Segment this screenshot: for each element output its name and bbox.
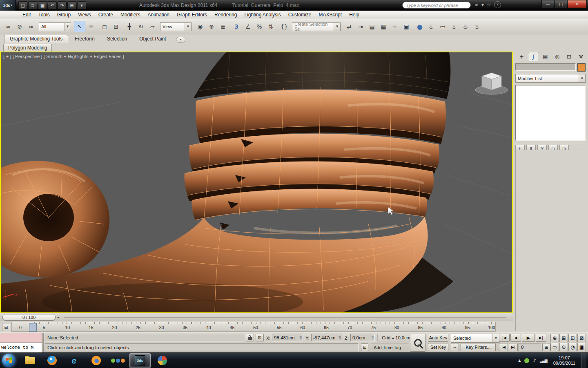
zoom-extents-all-icon[interactable]: ⊠ — [577, 334, 586, 342]
time-tag-dialog-icon[interactable]: ⊡ — [361, 343, 368, 351]
zoom-extents-icon[interactable]: ⊡ — [568, 334, 577, 342]
menu-item[interactable]: Views — [74, 11, 95, 18]
show-desktop-button[interactable] — [581, 353, 586, 368]
object-color-swatch[interactable] — [577, 63, 586, 72]
pan-icon[interactable]: ⊜ — [559, 343, 568, 351]
ribbon-tab[interactable]: Graphite Modeling Tools — [4, 35, 68, 43]
project-folder-icon[interactable]: ⊟ — [67, 1, 76, 9]
snaps-toggle-icon[interactable]: 3 — [231, 21, 242, 32]
menu-item[interactable]: Tools — [35, 11, 53, 18]
menu-item[interactable]: Group — [53, 11, 74, 18]
select-and-rotate-icon[interactable]: ↻ — [135, 21, 147, 32]
menu-item[interactable]: Customize — [285, 11, 315, 18]
taskbar-app-messenger[interactable] — [107, 353, 129, 368]
start-button[interactable] — [2, 354, 16, 367]
current-frame-field[interactable]: 0 — [519, 343, 541, 351]
taskbar-app-3dsmax[interactable]: 3ds — [129, 353, 151, 368]
go-to-start-icon[interactable]: |◀ — [499, 334, 510, 342]
menu-item[interactable]: Help — [345, 11, 363, 18]
help-icon[interactable]: ? — [494, 1, 501, 8]
utilities-tab-icon[interactable]: ⚒ — [575, 52, 586, 61]
perspective-viewport[interactable]: [ + ] [ Perspective ] [ Smooth + Highlig… — [0, 52, 513, 313]
close-button[interactable]: ✕ — [568, 0, 587, 9]
spinner-icon[interactable]: ⇅ — [339, 336, 342, 339]
save-file-icon[interactable]: ▣ — [38, 1, 47, 9]
zoom-all-icon[interactable]: ⊞ — [559, 334, 568, 342]
taskbar-clock[interactable]: 19:07 09/09/2011 — [551, 355, 578, 366]
select-and-move-icon[interactable]: ╋ — [124, 21, 135, 32]
select-and-scale-icon[interactable]: ▱ — [147, 21, 158, 32]
menu-item[interactable]: Rendering — [211, 11, 241, 18]
time-slider-track[interactable] — [64, 317, 506, 318]
edit-named-selections-icon[interactable]: {} — [278, 21, 290, 32]
x-coord-field[interactable]: 98,481cm ⇅ — [272, 334, 303, 341]
select-and-link-icon[interactable]: ∞ — [2, 21, 14, 32]
selection-filter-dropdown[interactable]: All ▼ — [39, 22, 71, 31]
menu-item[interactable]: Edit — [19, 11, 35, 18]
key-filters-button[interactable]: Key Filters... — [461, 343, 496, 351]
select-and-manipulate-icon[interactable]: ⊕ — [206, 21, 217, 32]
bind-to-space-warp-icon[interactable]: ≈ — [25, 21, 37, 32]
render-setup-icon[interactable]: ♨ — [425, 21, 437, 32]
next-key-icon[interactable]: ▶| — [509, 343, 518, 351]
menu-item[interactable]: Graph Editors — [173, 11, 211, 18]
select-object-icon[interactable]: ↖ — [74, 21, 85, 32]
schematic-view-icon[interactable]: ▣ — [401, 21, 412, 32]
infocenter-search-input[interactable]: Type a keyword or phrase — [402, 2, 471, 9]
maximize-viewport-icon[interactable]: ▣ — [577, 343, 586, 351]
qat-options-icon[interactable]: ▾ — [77, 1, 86, 9]
render-production-icon[interactable]: ♨ — [448, 21, 460, 32]
menu-item[interactable]: Create — [95, 11, 117, 18]
y-coord-field[interactable]: -97,447cm ⇅ — [311, 334, 342, 341]
rendered-frame-icon[interactable]: ▭ — [437, 21, 448, 32]
minimize-button[interactable]: — — [541, 0, 554, 9]
zoom-icon[interactable]: ⊕ — [550, 334, 559, 342]
named-selection-set-combo[interactable]: Create Selection Se ▼ — [292, 22, 341, 31]
menu-item[interactable]: MAXScript — [315, 11, 345, 18]
create-tab-icon[interactable]: + — [516, 52, 527, 61]
open-trackview-icon[interactable]: ⊟ — [2, 323, 10, 331]
display-tab-icon[interactable]: ⊡ — [564, 52, 575, 61]
current-frame-marker[interactable] — [29, 323, 37, 332]
new-scene-icon[interactable]: ▢ — [18, 1, 27, 9]
use-pivot-point-icon[interactable]: ◉ — [194, 21, 206, 32]
time-step-arrow-icon[interactable]: ▸ — [58, 315, 60, 319]
viewport-label[interactable]: [ + ] [ Perspective ] [ Smooth + Highlig… — [3, 54, 124, 59]
absolute-mode-button[interactable]: ⊡ — [256, 334, 264, 341]
rectangular-selection-icon[interactable]: ◻ — [99, 21, 110, 32]
spinner-icon[interactable]: ⇅ — [299, 336, 303, 339]
track-bar-ruler[interactable]: 0510152025303540455055606570758085909510… — [11, 322, 496, 332]
spinner-icon[interactable]: ⇅ — [371, 336, 374, 339]
ribbon-tab[interactable]: Object Paint — [134, 35, 172, 43]
align-icon[interactable]: ⇥ — [355, 21, 366, 32]
polygon-modeling-panel-tab[interactable]: Polygon Modeling — [3, 44, 52, 52]
redo-icon[interactable]: ↷ — [58, 1, 67, 9]
undo-icon[interactable]: ↶ — [48, 1, 57, 9]
menu-item[interactable]: Modifiers — [117, 11, 144, 18]
ribbon-tab[interactable]: Selection — [101, 35, 133, 43]
default-tangent-icon[interactable]: ∼ — [451, 343, 459, 351]
taskbar-app-media-player[interactable] — [41, 353, 62, 368]
curve-editor-icon[interactable]: ∼ — [389, 21, 401, 32]
search-options-icon[interactable]: ▾ — [481, 2, 484, 8]
taskbar-app-internet-explorer[interactable]: e — [63, 353, 85, 368]
menu-item[interactable]: Lighting Analysis — [241, 11, 284, 18]
zoom-region-icon[interactable]: ▭ — [550, 343, 559, 351]
ribbon-tab[interactable]: Freeform — [69, 35, 100, 43]
render-iterative-icon[interactable]: ♨ — [460, 21, 471, 32]
app-logo[interactable]: 3ds ▾ — [0, 0, 16, 11]
reference-coordinate-dropdown[interactable]: View ▼ — [160, 22, 192, 31]
go-to-end-icon[interactable]: ▶| — [536, 334, 546, 342]
object-name-input[interactable] — [515, 63, 576, 71]
play-icon[interactable]: ▶ — [522, 334, 535, 342]
keyboard-override-icon[interactable]: ≣ — [217, 21, 229, 32]
taskbar-app-firefox[interactable] — [85, 353, 107, 368]
binoculars-icon[interactable]: ∞ — [474, 2, 479, 8]
select-by-name-icon[interactable]: ≡ — [85, 21, 97, 32]
angle-snap-icon[interactable]: ∠ — [242, 21, 254, 32]
orbit-icon[interactable]: ◔ — [568, 343, 577, 351]
time-configuration-icon[interactable]: ⊞ — [542, 343, 550, 351]
graphite-toggle-icon[interactable]: ▦ — [378, 21, 389, 32]
maxscript-mini-listener-pink[interactable] — [0, 333, 42, 343]
time-slider-handle[interactable]: 0 / 100 — [2, 314, 56, 321]
